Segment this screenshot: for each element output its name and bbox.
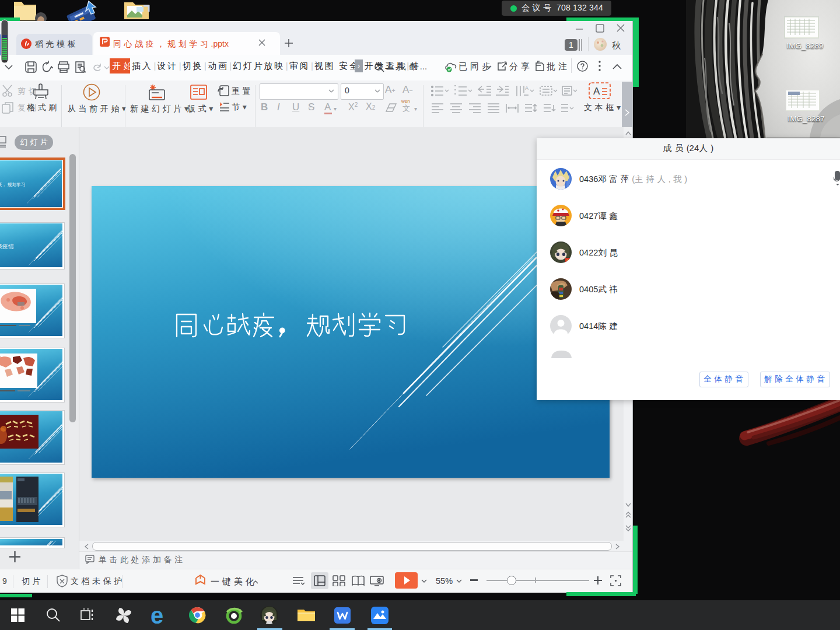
svg-text:谈疫情: 谈疫情 [0,243,14,250]
svg-text:A: A [593,86,600,97]
svg-text:疫， 规划学习: 疫， 规划学习 [0,182,25,187]
svg-text:A: A [525,85,528,91]
